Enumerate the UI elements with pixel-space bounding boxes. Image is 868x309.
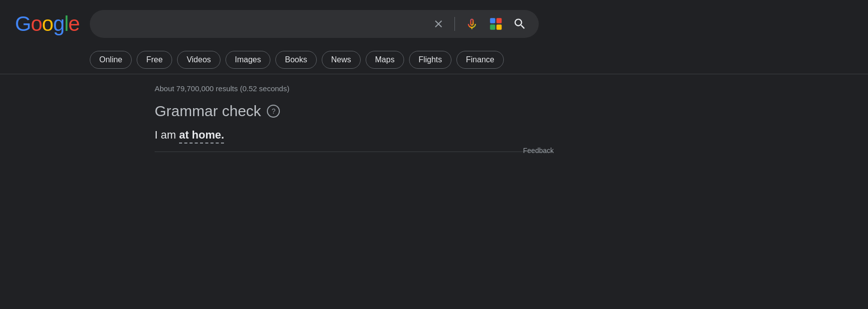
mic-button[interactable]: [463, 15, 481, 33]
search-icon: [513, 17, 527, 31]
svg-rect-0: [490, 18, 495, 23]
filter-chip-free[interactable]: Free: [137, 51, 172, 69]
filter-chip-books[interactable]: Books: [275, 51, 316, 69]
search-divider: [454, 17, 455, 31]
grammar-result-prefix: I am: [155, 129, 179, 141]
svg-rect-2: [490, 24, 495, 29]
filter-chip-videos[interactable]: Videos: [177, 51, 220, 69]
results-count: About 79,700,000 results (0.52 seconds): [155, 84, 853, 93]
help-icon[interactable]: ?: [267, 105, 280, 118]
lens-icon: [489, 17, 503, 31]
filter-chip-images[interactable]: Images: [225, 51, 270, 69]
feedback-button[interactable]: Feedback: [523, 147, 554, 154]
search-input[interactable]: i am on a house. grammar check: [100, 18, 425, 30]
grammar-check-title-text: Grammar check: [155, 103, 261, 120]
filter-chip-finance[interactable]: Finance: [456, 51, 504, 69]
mic-icon: [465, 17, 479, 31]
lens-button[interactable]: [487, 15, 505, 33]
search-bar: i am on a house. grammar check: [90, 10, 539, 38]
grammar-underline: [179, 143, 224, 144]
filter-chip-maps[interactable]: Maps: [366, 51, 404, 69]
grammar-result: I am at home.: [155, 129, 554, 142]
grammar-check-title: Grammar check ?: [155, 103, 554, 120]
svg-rect-1: [496, 18, 502, 23]
filter-chip-online[interactable]: Online: [90, 51, 132, 69]
filter-tabs: Online Free Videos Images Books News Map…: [0, 46, 868, 74]
results-divider: Feedback: [155, 152, 554, 152]
filter-chip-flights[interactable]: Flights: [409, 51, 451, 69]
grammar-check-section: Grammar check ? I am at home. Feedback: [155, 103, 554, 152]
header: Google i am on a house. grammar check: [0, 0, 868, 46]
filter-chip-news[interactable]: News: [322, 51, 361, 69]
svg-rect-3: [496, 24, 502, 29]
results-section: About 79,700,000 results (0.52 seconds) …: [0, 74, 868, 162]
grammar-corrected-text: at home.: [179, 129, 224, 141]
clear-button[interactable]: [431, 16, 446, 32]
google-logo: Google: [15, 12, 80, 36]
clear-icon: [433, 18, 444, 30]
search-button[interactable]: [511, 15, 529, 33]
